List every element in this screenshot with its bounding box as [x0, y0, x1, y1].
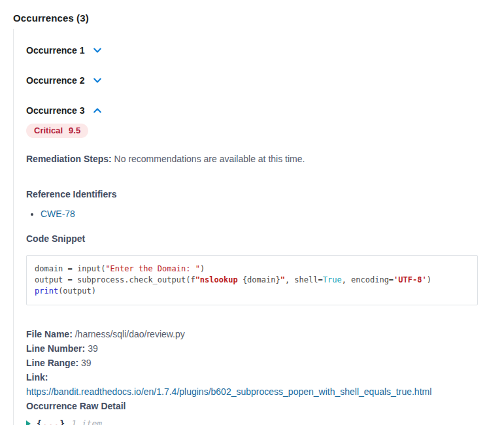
- occurrence-toggle-3[interactable]: Occurrence 3: [26, 105, 491, 116]
- line-number-label: Line Number:: [26, 343, 85, 354]
- occurrence-meta: File Name: /harness/sqli/dao/review.py L…: [26, 327, 491, 413]
- occurrence-label: Occurrence 1: [26, 45, 85, 56]
- occurrence-label: Occurrence 2: [26, 75, 85, 86]
- severity-score: 9.5: [69, 126, 80, 135]
- reference-identifiers-heading: Reference Identifiers: [26, 189, 491, 199]
- file-name-row: File Name: /harness/sqli/dao/review.py: [26, 327, 491, 341]
- occurrence-toggle-2[interactable]: Occurrence 2: [26, 75, 491, 86]
- list-item: CWE-78: [41, 209, 491, 219]
- line-range-label: Line Range:: [26, 358, 78, 368]
- cwe-link[interactable]: CWE-78: [41, 209, 75, 219]
- occurrences-panel: Occurrences (3) Occurrence 1 Occurrence …: [0, 0, 504, 425]
- link-url-row: https://bandit.readthedocs.io/en/1.7.4/p…: [26, 384, 491, 399]
- severity-badge: Critical 9.5: [26, 124, 88, 138]
- severity-label: Critical: [34, 126, 63, 135]
- link-row: Link:: [26, 370, 491, 384]
- bandit-doc-link[interactable]: https://bandit.readthedocs.io/en/1.7.4/p…: [26, 386, 431, 397]
- chevron-down-icon: [92, 45, 103, 56]
- raw-item-count: 1 item: [71, 418, 102, 425]
- raw-detail-heading: Occurrence Raw Detail: [26, 399, 491, 413]
- line-range-row: Line Range: 39: [26, 356, 491, 370]
- reference-identifiers-list: CWE-78: [26, 209, 491, 219]
- raw-json-collapsed[interactable]: {...}: [37, 418, 65, 425]
- chevron-up-icon: [92, 105, 103, 116]
- remediation-steps: Remediation Steps: No recommendations ar…: [26, 154, 491, 164]
- raw-detail-expander: {...} 1 item: [26, 418, 491, 425]
- chevron-down-icon: [92, 75, 103, 86]
- occurrence-toggle-1[interactable]: Occurrence 1: [26, 45, 491, 56]
- line-number-row: Line Number: 39: [26, 341, 491, 356]
- occurrence-detail: Critical 9.5 Remediation Steps: No recom…: [26, 124, 491, 425]
- code-snippet-heading: Code Snippet: [26, 233, 491, 244]
- file-name-value: /harness/sqli/dao/review.py: [75, 329, 185, 339]
- expand-triangle-icon[interactable]: [26, 420, 31, 425]
- line-number-value: 39: [88, 343, 98, 354]
- occurrence-list: Occurrence 1 Occurrence 2 Occurrence 3 C…: [13, 29, 491, 425]
- line-range-value: 39: [81, 358, 92, 368]
- code-snippet-box: domain = input("Enter the Domain: ")outp…: [26, 255, 478, 305]
- page-title: Occurrences (3): [13, 12, 491, 24]
- link-label: Link:: [26, 372, 48, 382]
- remediation-text: No recommendations are available at this…: [114, 154, 305, 164]
- code-snippet: domain = input("Enter the Domain: ")outp…: [35, 264, 469, 297]
- ellipsis[interactable]: ...: [42, 418, 59, 425]
- occurrence-label: Occurrence 3: [26, 105, 85, 116]
- file-name-label: File Name:: [26, 329, 73, 339]
- remediation-label: Remediation Steps:: [26, 154, 112, 164]
